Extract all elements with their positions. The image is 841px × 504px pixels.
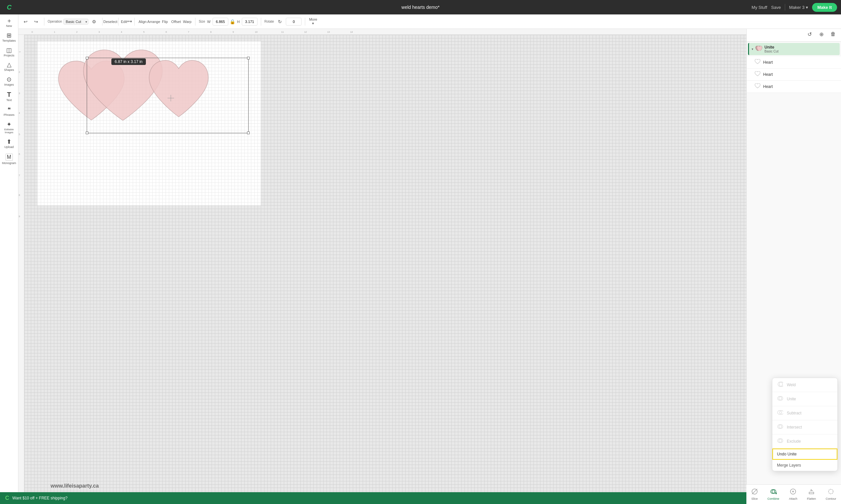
handle-bl[interactable] (86, 131, 88, 134)
separator (44, 18, 44, 25)
deselect-label: Deselect (103, 20, 118, 24)
ruler-vmark-1: 1 (19, 51, 21, 53)
operation-settings-button[interactable]: ⚙ (90, 17, 99, 26)
sidebar-item-images[interactable]: ⊙ Images (1, 74, 18, 89)
edit-label: Edit (121, 20, 127, 24)
ruler-mark-9: 9 (233, 31, 234, 33)
separator6 (261, 18, 261, 25)
height-input[interactable] (242, 18, 258, 25)
handle-tr[interactable] (247, 57, 250, 59)
heart-right (146, 58, 211, 123)
separator3 (118, 18, 119, 25)
text-label: Text (6, 98, 12, 102)
ruler-vmark-3: 3 (19, 92, 20, 94)
ruler-mark-1: 1 (54, 31, 55, 33)
ruler-mark-11: 11 (281, 31, 284, 33)
ruler-vmark-2: 2 (19, 71, 20, 73)
text-icon: T (7, 91, 11, 98)
dimension-text: 6.87 in x 3.17 in (115, 59, 142, 64)
monogram-icon: M (5, 154, 13, 161)
undo-redo-group: ↩ ↪ (21, 17, 41, 26)
ruler-mark-10: 10 (255, 31, 258, 33)
upload-icon: ⬆ (6, 139, 12, 145)
new-label: New (6, 24, 12, 28)
sidebar-item-text[interactable]: T Text (1, 89, 18, 104)
new-icon: ＋ (6, 18, 12, 24)
cricut-icon: C (7, 4, 12, 11)
offset-button[interactable]: Offset (171, 17, 181, 26)
ruler-mark-2: 2 (76, 31, 78, 33)
operation-select-wrapper: Basic Cut (64, 19, 88, 24)
images-label: Images (4, 83, 14, 87)
ruler-vertical: 1 2 3 4 5 6 7 8 9 (18, 35, 24, 252)
left-sidebar: ＋ New ⊞ Templates ◫ Projects △ Shapes ⊙ … (0, 15, 18, 252)
sidebar-item-shapes[interactable]: △ Shapes (1, 60, 18, 74)
templates-icon: ⊞ (6, 33, 12, 38)
ruler-vmark-6: 6 (19, 153, 20, 155)
operation-select[interactable]: Basic Cut (64, 19, 88, 24)
sidebar-item-upload[interactable]: ⬆ Upload (1, 137, 18, 151)
sidebar-item-editable-images[interactable]: ✦ Editable Images (1, 120, 18, 136)
canvas-area: 6.87 in x 3.17 in (24, 35, 420, 252)
phrases-label: Phrases (4, 113, 15, 117)
width-input[interactable] (212, 18, 228, 25)
undo-button[interactable]: ↩ (21, 17, 30, 26)
topbar: weld hearts demo* My Stuff Save Maker 3 … (0, 0, 420, 15)
flip-button[interactable]: Flip (160, 17, 170, 26)
sidebar-item-templates[interactable]: ⊞ Templates (1, 31, 18, 44)
size-label: Size (199, 20, 205, 23)
ruler-mark-14: 14 (350, 31, 353, 33)
upload-label: Upload (4, 145, 14, 149)
ruler-vmark-5: 5 (19, 133, 20, 136)
editable-images-icon: ✦ (6, 121, 12, 127)
shapes-icon: △ (7, 62, 12, 68)
ruler-horizontal: 0 1 2 3 4 5 6 7 8 9 10 11 12 13 14 (18, 29, 420, 35)
editable-images-label: Editable Images (2, 128, 16, 134)
redo-button[interactable]: ↪ (32, 17, 41, 26)
operation-label: Operation (48, 20, 62, 23)
ruler-mark-7: 7 (188, 31, 189, 33)
deselect-button[interactable]: Deselect (106, 17, 115, 26)
projects-label: Projects (4, 54, 15, 57)
more-button[interactable]: More ▾ (308, 17, 318, 26)
document-title: weld hearts demo* (401, 5, 420, 10)
operation-group: Operation Basic Cut ⚙ (48, 17, 99, 26)
ruler-mark-8: 8 (210, 31, 211, 33)
height-label: H (237, 20, 240, 24)
rotate-group: Rotate ↻ (264, 17, 302, 26)
sidebar-item-projects[interactable]: ◫ Projects (1, 45, 18, 59)
phrases-icon: ❝ (7, 107, 11, 112)
shapes-label: Shapes (4, 68, 14, 72)
crosshair (168, 95, 174, 102)
ruler-vmark-4: 4 (19, 112, 20, 114)
align-button[interactable]: Align (138, 17, 147, 26)
separator5 (195, 18, 195, 25)
handle-br[interactable] (247, 131, 250, 134)
ruler-vmark-8: 8 (19, 194, 20, 196)
separator7 (305, 18, 305, 25)
canvas-white[interactable]: 6.87 in x 3.17 in (37, 41, 261, 205)
toolbar: ↩ ↪ Operation Basic Cut ⚙ Deselect Edit … (18, 15, 420, 29)
ruler-mark-5: 5 (143, 31, 144, 33)
ruler-mark-4: 4 (121, 31, 122, 33)
sidebar-item-monogram[interactable]: M Monogram (1, 151, 18, 167)
monogram-label: Monogram (2, 161, 16, 165)
separator2 (102, 18, 103, 25)
lock-icon: 🔒 (230, 19, 235, 24)
warp-button[interactable]: Warp (183, 17, 192, 26)
rotate-input[interactable] (286, 18, 302, 25)
rotate-icon: ↻ (275, 17, 285, 26)
projects-icon: ◫ (6, 47, 12, 53)
arrange-button[interactable]: Arrange (149, 17, 158, 26)
sidebar-item-new[interactable]: ＋ New (1, 16, 18, 30)
sidebar-item-phrases[interactable]: ❝ Phrases (1, 105, 18, 119)
rotate-label: Rotate (264, 20, 274, 23)
ruler-mark-0: 0 (32, 31, 33, 33)
ruler-mark-6: 6 (166, 31, 167, 33)
ruler-vmark-7: 7 (19, 174, 20, 177)
edit-button[interactable]: Edit ✏▾ (122, 17, 131, 26)
width-label: W (206, 20, 211, 24)
edit-icon: ✏▾ (127, 19, 132, 24)
cricut-logo: C (0, 0, 18, 15)
ruler-mark-12: 12 (304, 31, 307, 33)
